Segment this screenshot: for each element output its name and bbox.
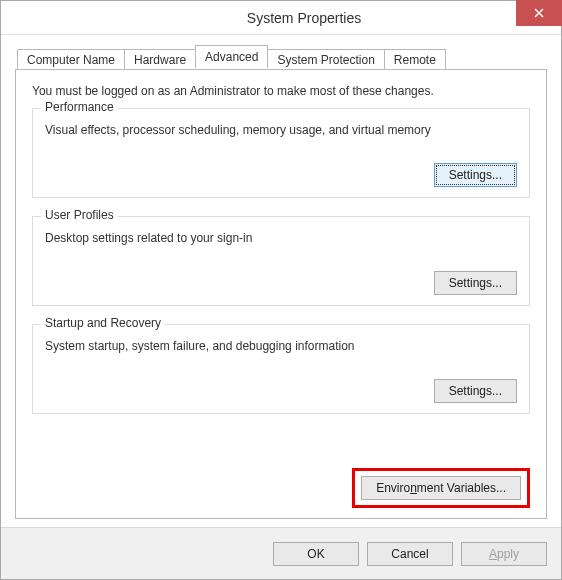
button-label: Settings... — [449, 276, 502, 290]
tab-system-protection[interactable]: System Protection — [267, 49, 384, 70]
tab-remote[interactable]: Remote — [384, 49, 446, 70]
button-label: Apply — [489, 547, 519, 561]
button-label: Cancel — [391, 547, 428, 561]
close-icon — [534, 8, 544, 18]
content-area: Computer Name Hardware Advanced System P… — [1, 35, 561, 527]
startup-desc: System startup, system failure, and debu… — [45, 339, 517, 353]
environment-variables-button[interactable]: Environment Variables... — [361, 476, 521, 500]
startup-settings-button[interactable]: Settings... — [434, 379, 517, 403]
group-title-user-profiles: User Profiles — [41, 208, 118, 222]
group-performance: Performance Visual effects, processor sc… — [32, 108, 530, 198]
tab-hardware[interactable]: Hardware — [124, 49, 196, 70]
group-title-startup-recovery: Startup and Recovery — [41, 316, 165, 330]
tab-panel-advanced: You must be logged on as an Administrato… — [15, 69, 547, 519]
cancel-button[interactable]: Cancel — [367, 542, 453, 566]
group-startup-recovery: Startup and Recovery System startup, sys… — [32, 324, 530, 414]
system-properties-window: System Properties Computer Name Hardware… — [0, 0, 562, 580]
tab-computer-name[interactable]: Computer Name — [17, 49, 125, 70]
performance-desc: Visual effects, processor scheduling, me… — [45, 123, 517, 137]
button-label: Settings... — [449, 168, 502, 182]
titlebar: System Properties — [1, 1, 561, 35]
dialog-footer: OK Cancel Apply — [1, 527, 561, 579]
apply-button[interactable]: Apply — [461, 542, 547, 566]
group-user-profiles: User Profiles Desktop settings related t… — [32, 216, 530, 306]
user-profiles-settings-button[interactable]: Settings... — [434, 271, 517, 295]
window-title: System Properties — [1, 10, 561, 26]
tab-strip: Computer Name Hardware Advanced System P… — [17, 45, 547, 69]
button-label: OK — [307, 547, 324, 561]
button-label: Environment Variables... — [376, 481, 506, 495]
tab-advanced[interactable]: Advanced — [195, 45, 268, 69]
highlight-annotation: Environment Variables... — [352, 468, 530, 508]
button-label: Settings... — [449, 384, 502, 398]
ok-button[interactable]: OK — [273, 542, 359, 566]
intro-text: You must be logged on as an Administrato… — [32, 84, 530, 98]
close-button[interactable] — [516, 0, 562, 26]
performance-settings-button[interactable]: Settings... — [434, 163, 517, 187]
group-title-performance: Performance — [41, 100, 118, 114]
user-profiles-desc: Desktop settings related to your sign-in — [45, 231, 517, 245]
env-vars-row: Environment Variables... — [32, 468, 530, 508]
